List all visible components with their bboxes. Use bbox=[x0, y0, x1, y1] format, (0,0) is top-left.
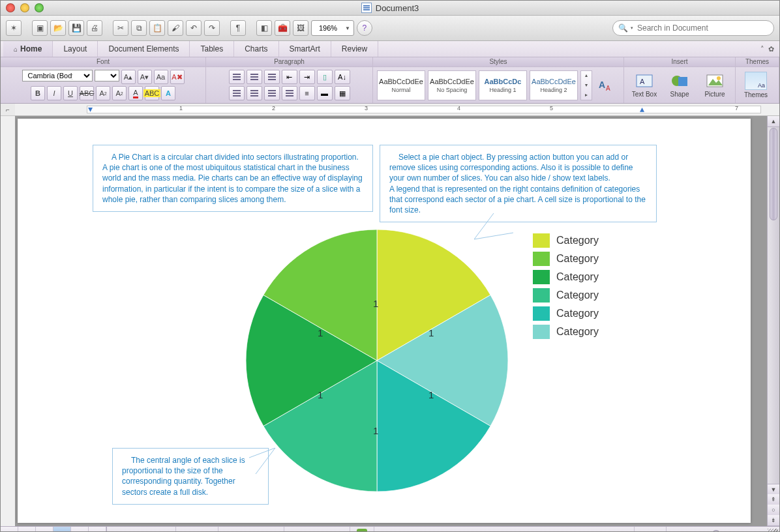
zoom-combo[interactable]: ▼ bbox=[311, 20, 354, 36]
section-indicator[interactable]: Sec 1 bbox=[176, 527, 218, 532]
shrink-font-button[interactable]: A▾ bbox=[138, 70, 152, 84]
chevron-down-icon[interactable]: ▼ bbox=[343, 25, 352, 31]
style-heading-1[interactable]: AaBbCcDcHeading 1 bbox=[479, 70, 527, 100]
align-right-button[interactable] bbox=[264, 86, 280, 100]
styles-pane-button[interactable]: AA bbox=[595, 77, 617, 94]
spell-check-button[interactable]: ✔ bbox=[350, 527, 374, 532]
scroll-up-button[interactable]: ▲ bbox=[768, 116, 779, 127]
format-painter-button[interactable]: 🖌 bbox=[168, 20, 183, 36]
justify-button[interactable] bbox=[282, 86, 297, 100]
change-case-button[interactable]: Aa bbox=[154, 70, 168, 84]
callout-top-left[interactable]: A Pie Chart is a circular chart divided … bbox=[93, 145, 373, 212]
help-button[interactable]: ? bbox=[357, 20, 372, 36]
next-page-button[interactable]: ⇟ bbox=[768, 515, 779, 526]
align-left-button[interactable] bbox=[229, 86, 245, 100]
print-button[interactable]: 🖨 bbox=[87, 20, 102, 36]
words-indicator[interactable]: Words: 1 of 1 bbox=[284, 527, 350, 532]
collapse-ribbon-button[interactable]: ˄ bbox=[760, 45, 764, 53]
new-document-button[interactable]: ✶ bbox=[6, 20, 22, 36]
horizontal-ruler[interactable]: ▾ 1 2 3 4 5 ▴ 7 bbox=[15, 104, 779, 116]
show-formatting-button[interactable]: ¶ bbox=[230, 20, 246, 36]
open-button[interactable]: 📂 bbox=[50, 20, 66, 36]
font-family-select[interactable]: Cambria (Body) bbox=[22, 70, 93, 81]
font-size-select[interactable]: 12 bbox=[95, 70, 119, 81]
tab-smartart[interactable]: SmartArt bbox=[279, 41, 331, 57]
tab-tables[interactable]: Tables bbox=[190, 41, 234, 57]
text-effects-button[interactable]: A bbox=[161, 86, 175, 100]
font-color-button[interactable]: A bbox=[128, 86, 143, 100]
zoom-indicator[interactable]: 196% bbox=[634, 527, 667, 532]
undo-button[interactable]: ↶ bbox=[186, 20, 202, 36]
paste-button[interactable]: 📋 bbox=[149, 20, 165, 36]
vertical-ruler[interactable] bbox=[1, 116, 16, 526]
superscript-button[interactable]: A2 bbox=[96, 86, 110, 100]
notebook-view-button[interactable]: ▥ bbox=[71, 527, 89, 532]
resize-grip[interactable] bbox=[768, 529, 778, 532]
sort-button[interactable]: A↓ bbox=[335, 70, 350, 84]
copy-button[interactable]: ⧉ bbox=[131, 20, 147, 36]
search-input[interactable] bbox=[636, 23, 768, 33]
borders-button[interactable]: ▦ bbox=[335, 86, 350, 100]
numbering-button[interactable] bbox=[247, 70, 262, 84]
align-center-button[interactable] bbox=[247, 86, 262, 100]
redo-button[interactable]: ↷ bbox=[204, 20, 220, 36]
grow-font-button[interactable]: A▴ bbox=[121, 70, 136, 84]
toolbox-button[interactable]: 🧰 bbox=[275, 20, 290, 36]
callout-bottom-left[interactable]: The central angle of each slice is propo… bbox=[112, 448, 269, 505]
strikethrough-button[interactable]: ABC bbox=[80, 86, 94, 100]
tab-home[interactable]: ⌂Home bbox=[3, 41, 53, 57]
print-layout-view-button[interactable]: ▭ bbox=[53, 527, 71, 532]
line-spacing-button[interactable]: ≡ bbox=[299, 86, 315, 100]
tab-layout[interactable]: Layout bbox=[53, 41, 98, 57]
zoom-input[interactable] bbox=[313, 23, 343, 33]
themes-button[interactable]: Themes bbox=[740, 72, 772, 98]
subscript-button[interactable]: A2 bbox=[112, 86, 127, 100]
clear-formatting-button[interactable]: A✖ bbox=[170, 70, 185, 84]
multilevel-list-button[interactable] bbox=[264, 70, 280, 84]
shading-button[interactable]: ▬ bbox=[317, 86, 333, 100]
pages-indicator[interactable]: Pages: 1 of 1 bbox=[218, 527, 284, 532]
increase-indent-button[interactable]: ⇥ bbox=[299, 70, 315, 84]
style-normal[interactable]: AaBbCcDdEeNormal bbox=[377, 70, 425, 100]
chevron-down-icon[interactable]: ▾ bbox=[631, 25, 633, 31]
draft-view-button[interactable]: ≣ bbox=[1, 527, 18, 532]
gear-icon[interactable]: ✿ bbox=[768, 45, 774, 53]
chart-legend[interactable]: Category Category Category Category Cate… bbox=[533, 233, 599, 343]
indent-marker-right[interactable]: ▴ bbox=[640, 104, 644, 114]
browse-object-button[interactable]: ○ bbox=[768, 505, 779, 516]
style-heading-2[interactable]: AaBbCcDdEeHeading 2 bbox=[530, 70, 578, 100]
publishing-view-button[interactable]: ▤ bbox=[36, 527, 53, 532]
sidebar-button[interactable]: ◧ bbox=[256, 20, 272, 36]
insert-text-box-button[interactable]: AText Box bbox=[628, 72, 661, 98]
underline-button[interactable]: U bbox=[63, 86, 78, 100]
indent-marker-left[interactable]: ▾ bbox=[88, 104, 93, 114]
previous-page-button[interactable]: ⇞ bbox=[768, 494, 779, 505]
tab-document-elements[interactable]: Document Elements bbox=[98, 41, 190, 57]
media-browser-button[interactable]: 🖼 bbox=[293, 20, 308, 36]
document-page[interactable]: A Pie Chart is a circular chart divided … bbox=[18, 119, 751, 523]
pie-chart[interactable]: 1 1 1 1 1 1 bbox=[246, 229, 508, 492]
ruler-corner[interactable]: ⌐ bbox=[1, 104, 16, 116]
save-button[interactable]: 💾 bbox=[68, 20, 84, 36]
scroll-thumb[interactable] bbox=[770, 128, 777, 220]
bold-button[interactable]: B bbox=[31, 86, 45, 100]
insert-shape-button[interactable]: Shape bbox=[663, 72, 696, 98]
style-no-spacing[interactable]: AaBbCcDdEeNo Spacing bbox=[428, 70, 476, 100]
tab-charts[interactable]: Charts bbox=[234, 41, 278, 57]
styles-gallery-scroll[interactable]: ▴▾▸ bbox=[580, 70, 592, 100]
tab-review[interactable]: Review bbox=[331, 41, 378, 57]
decrease-indent-button[interactable]: ⇤ bbox=[282, 70, 297, 84]
highlight-button[interactable]: ABC bbox=[145, 86, 159, 100]
bullets-button[interactable] bbox=[229, 70, 245, 84]
text-direction-button[interactable]: ▯ bbox=[317, 70, 333, 84]
cut-button[interactable]: ✂ bbox=[113, 20, 128, 36]
new-from-template-button[interactable]: ▣ bbox=[32, 20, 48, 36]
outline-view-button[interactable]: ⋮≡ bbox=[18, 527, 36, 532]
callout-top-right[interactable]: Select a pie chart object. By pressing a… bbox=[380, 145, 657, 222]
italic-button[interactable]: I bbox=[47, 86, 61, 100]
search-field[interactable]: 🔍 ▾ bbox=[612, 20, 774, 36]
scroll-down-button[interactable]: ▼ bbox=[768, 484, 779, 495]
insert-picture-button[interactable]: Picture bbox=[698, 72, 731, 98]
focus-view-button[interactable]: ▣ bbox=[89, 527, 106, 532]
vertical-scrollbar[interactable]: ▲ ▼ ⇞ ○ ⇟ bbox=[767, 116, 779, 526]
